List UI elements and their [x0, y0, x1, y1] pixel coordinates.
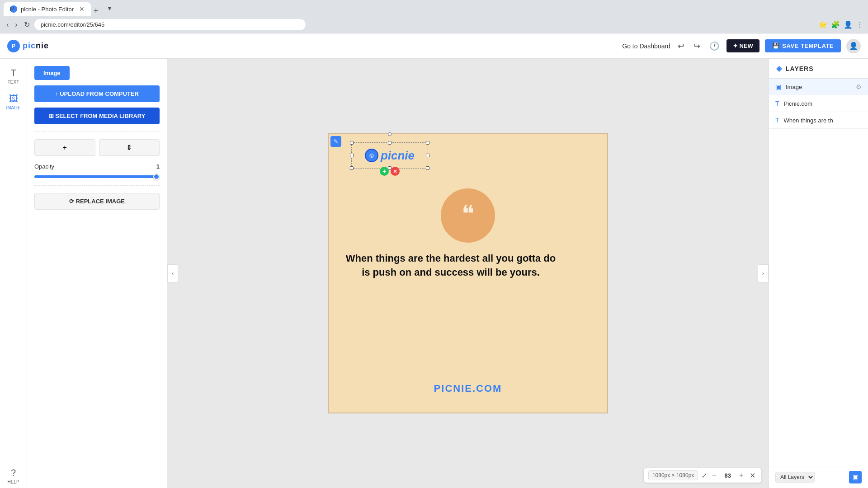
handle-tc[interactable] [388, 141, 392, 145]
rotate-handle[interactable] [388, 132, 392, 136]
panel-collapse-right[interactable]: › [758, 264, 769, 282]
new-tab-button[interactable]: + [91, 6, 101, 16]
quote-text-element: When things are the hardest all you gott… [342, 252, 594, 280]
quote-circle-element: ❝ [441, 179, 495, 256]
align-center-button[interactable]: ⇕ [99, 139, 160, 156]
zoom-in-button[interactable]: + [738, 471, 745, 479]
text-icon: T [10, 68, 16, 78]
redo-button[interactable]: ↪ [692, 39, 702, 53]
tab-bar: P picnie - Photo Editor ✕ + [4, 0, 101, 16]
sidebar-item-image[interactable]: 🖼 IMAGE [2, 90, 25, 114]
canvas-url-element: PICNIE.COM [434, 383, 502, 394]
logo-text: picnie [23, 41, 49, 51]
opacity-value: 1 [156, 163, 160, 170]
selection-border: © picnie [351, 142, 428, 169]
save-template-button[interactable]: 💾 SAVE TEMPLATE [765, 39, 841, 52]
canvas-logo-circle: © [365, 149, 378, 162]
align-left-icon: + [63, 144, 67, 152]
address-bar-icons: ⭐ 🧩 👤 ⋮ [818, 20, 863, 29]
handle-mr[interactable] [426, 154, 429, 157]
logo-area: P picnie [7, 40, 49, 52]
forward-button[interactable]: › [13, 19, 19, 31]
dashboard-button[interactable]: Go to Dashboard [622, 42, 670, 50]
element-add-button[interactable]: + [380, 167, 389, 176]
layer-text-type-icon-2: T [775, 117, 779, 124]
right-panel: ◈ LAYERS ▣ Image ⚙ T Picnie.com T When t… [769, 59, 868, 488]
fit-to-screen-icon[interactable]: ⤢ [702, 472, 707, 479]
selected-image-element[interactable]: © picnie + × [351, 142, 428, 169]
layer-when-things-label: When things are th [784, 117, 862, 124]
tab-close-button[interactable]: ✕ [79, 5, 85, 13]
layer-text-type-icon-1: T [775, 100, 779, 107]
handle-tl[interactable] [350, 141, 354, 145]
tab-title: picnie - Photo Editor [21, 6, 74, 13]
replace-image-button[interactable]: ⟳ REPLACE IMAGE [34, 193, 160, 210]
layers-nav: ▣ [849, 471, 862, 483]
profile-icon: 👤 [844, 20, 853, 29]
app-header: P picnie Go to Dashboard ↩ ↪ 🕐 ✦ NEW 💾 S… [0, 33, 868, 59]
user-avatar[interactable]: 👤 [846, 39, 861, 53]
align-left-button[interactable]: + [34, 139, 95, 156]
opacity-row: Opacity 1 [34, 163, 160, 170]
menu-icon: ⋮ [856, 20, 863, 29]
canvas-edit-icon[interactable]: ✎ [330, 136, 341, 147]
quote-mark-icon: ❝ [462, 202, 474, 225]
tab-overflow-icon: ▼ [107, 5, 113, 12]
layers-nav-button[interactable]: ▣ [849, 471, 862, 483]
sidebar-image-label: IMAGE [6, 105, 20, 110]
handle-br[interactable] [426, 166, 429, 170]
bookmark-icon: ⭐ [818, 20, 827, 29]
save-icon: 💾 [772, 42, 780, 49]
sidebar-item-help[interactable]: ? HELP [2, 464, 25, 488]
opacity-slider[interactable] [34, 175, 160, 178]
tab-favicon: P [10, 5, 17, 13]
all-layers-select[interactable]: All Layers [775, 472, 815, 483]
layers-icon: ◈ [776, 64, 782, 73]
handle-tr[interactable] [426, 141, 429, 145]
new-button[interactable]: ✦ NEW [726, 39, 760, 52]
divider-1 [34, 131, 160, 132]
align-row: + ⇕ [34, 139, 160, 156]
save-label: SAVE TEMPLATE [782, 42, 834, 49]
image-tab-label: Image [34, 66, 70, 80]
upload-button[interactable]: ↑ UPLOAD FROM COMPUTER [34, 85, 160, 102]
active-tab[interactable]: P picnie - Photo Editor ✕ [4, 2, 91, 16]
media-library-button[interactable]: ⊞ SELECT FROM MEDIA LIBRARY [34, 108, 160, 124]
handle-ml[interactable] [350, 154, 354, 157]
canvas-area: ‹ ✎ [167, 59, 769, 488]
app: P picnie Go to Dashboard ↩ ↪ 🕐 ✦ NEW 💾 S… [0, 33, 868, 488]
zoom-out-button[interactable]: − [711, 471, 717, 479]
workspace: T TEXT 🖼 IMAGE ? HELP Image ↑ UPLOAD FRO… [0, 59, 868, 488]
canvas-bottom-bar: 1080px × 1080px ⤢ − 83 + ✕ [644, 468, 761, 483]
url-input[interactable] [34, 19, 306, 30]
canvas-url-text: PICNIE.COM [434, 383, 502, 399]
layer-image-settings-icon[interactable]: ⚙ [856, 83, 862, 90]
canvas-wrapper: © picnie + × ❝ [328, 133, 608, 413]
layer-item-when-things[interactable]: T When things are th [769, 112, 868, 129]
sidebar-text-label: TEXT [8, 80, 19, 84]
panel-tab-image[interactable]: Image [34, 66, 160, 80]
align-center-icon: ⇕ [126, 143, 132, 152]
divider-2 [34, 185, 160, 186]
history-button[interactable]: 🕐 [708, 39, 721, 53]
help-icon: ? [11, 468, 16, 478]
back-button[interactable]: ‹ [5, 19, 10, 31]
element-actions: + × [380, 167, 400, 176]
handle-bl[interactable] [350, 166, 354, 170]
sidebar-item-text[interactable]: T TEXT [2, 64, 25, 88]
panel-collapse-left[interactable]: ‹ [167, 264, 178, 282]
layer-item-image[interactable]: ▣ Image ⚙ [769, 79, 868, 95]
undo-button[interactable]: ↩ [676, 39, 686, 53]
zoom-reset-button[interactable]: ✕ [748, 471, 757, 480]
browser-chrome: P picnie - Photo Editor ✕ + ▼ [0, 0, 868, 16]
layer-image-type-icon: ▣ [775, 83, 781, 90]
element-delete-button[interactable]: × [391, 167, 400, 176]
layer-item-picnie[interactable]: T Picnie.com [769, 95, 868, 112]
logo-in-canvas: © picnie [365, 149, 415, 163]
image-icon: 🖼 [9, 94, 18, 104]
layers-title: LAYERS [786, 65, 814, 72]
opacity-label: Opacity [34, 163, 54, 170]
quote-text: When things are the hardest all you gott… [342, 252, 559, 280]
reload-button[interactable]: ↻ [22, 19, 32, 31]
layer-picnie-label: Picnie.com [784, 100, 862, 107]
